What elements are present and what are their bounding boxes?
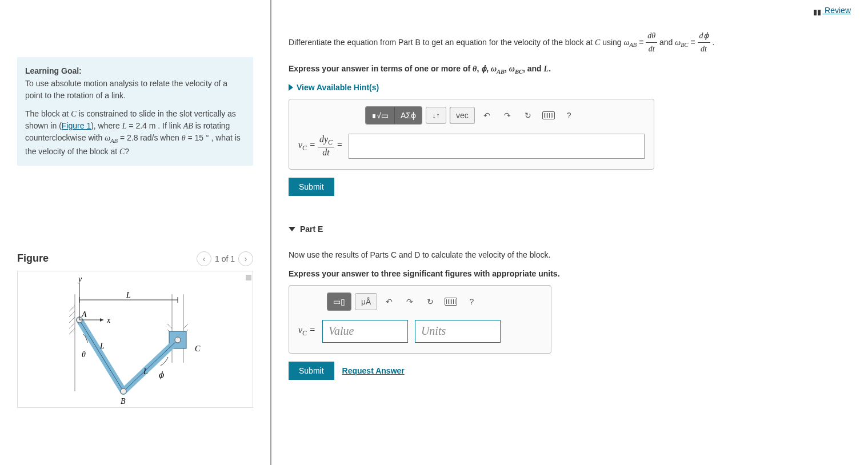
part-d-instruct: Express your answer in terms of one or m… xyxy=(289,64,851,75)
svg-text:x: x xyxy=(106,316,111,324)
svg-text:B: B xyxy=(121,397,126,406)
view-hints-toggle[interactable]: View Available Hint(s) xyxy=(289,83,851,92)
figure-scroll-up-icon[interactable] xyxy=(246,275,251,280)
figure-svg: y x A B C L L L θ ϕ xyxy=(41,277,223,408)
part-d-expression-input[interactable] xyxy=(349,134,645,159)
part-d-answer-box: ∎√▭ ΑΣϕ ↓↑ vec ↶ ↷ ↻ ? vC = dyCdt = xyxy=(289,99,654,170)
svg-line-10 xyxy=(183,324,188,328)
svg-text:L: L xyxy=(99,342,105,350)
learning-goal-para2: The block at C is constrained to slide i… xyxy=(25,108,245,158)
request-answer-link[interactable]: Request Answer xyxy=(342,366,405,375)
undo-button-e[interactable]: ↶ xyxy=(381,293,398,310)
part-e-prompt: Now use the results of Parts C and D to … xyxy=(289,248,851,261)
figure-title: Figure xyxy=(17,252,49,264)
part-e-answer-box: ▭▯ μÅ ↶ ↷ ↻ ? vC = Value Units xyxy=(289,285,551,354)
vc-prefix-e: vC = xyxy=(298,325,315,338)
help-button[interactable]: ? xyxy=(561,107,578,124)
part-e-units-input[interactable]: Units xyxy=(415,320,501,343)
svg-text:L: L xyxy=(143,367,148,376)
figure-box: y x A B C L L L θ ϕ xyxy=(17,271,253,408)
chevron-right-icon xyxy=(289,84,293,91)
greek-button[interactable]: ΑΣϕ xyxy=(394,107,422,124)
part-d-toolbar: ∎√▭ ΑΣϕ ↓↑ vec ↶ ↷ ↻ ? xyxy=(298,106,645,125)
svg-text:ϕ: ϕ xyxy=(158,371,165,379)
undo-button[interactable]: ↶ xyxy=(478,107,495,124)
svg-text:A: A xyxy=(81,310,87,319)
keyboard-icon xyxy=(542,111,555,119)
keyboard-icon xyxy=(445,298,457,306)
figure-next-button[interactable]: › xyxy=(238,251,253,266)
figure-prev-button[interactable]: ‹ xyxy=(197,251,211,266)
svg-text:C: C xyxy=(195,344,201,353)
part-e-value-input[interactable]: Value xyxy=(322,320,408,343)
svg-point-19 xyxy=(175,337,181,343)
svg-point-18 xyxy=(121,388,126,394)
chevron-down-icon xyxy=(289,227,295,231)
figure-1-link[interactable]: Figure 1 xyxy=(62,121,91,130)
review-icon xyxy=(814,8,821,14)
templates-button-e[interactable]: ▭▯ xyxy=(327,293,351,310)
svg-line-8 xyxy=(167,324,172,328)
part-e-header[interactable]: Part E xyxy=(289,225,851,234)
reset-button-e[interactable]: ↻ xyxy=(422,293,439,310)
redo-button[interactable]: ↷ xyxy=(499,107,516,124)
keyboard-button-e[interactable] xyxy=(442,293,459,310)
svg-text:L: L xyxy=(126,291,131,299)
left-panel: Learning Goal: To use absolute motion an… xyxy=(0,0,271,465)
help-button-e[interactable]: ? xyxy=(463,293,480,310)
part-e-submit-button[interactable]: Submit xyxy=(289,362,334,380)
svg-line-1 xyxy=(69,306,75,311)
svg-marker-21 xyxy=(100,318,103,322)
keyboard-button[interactable] xyxy=(540,107,557,124)
learning-goal-box: Learning Goal: To use absolute motion an… xyxy=(17,57,253,166)
svg-line-16 xyxy=(123,340,178,391)
part-d-prompt: Differentiate the equation from Part B t… xyxy=(289,30,851,56)
svg-line-4 xyxy=(69,323,75,328)
svg-line-5 xyxy=(69,328,75,334)
units-symbols-button[interactable]: μÅ xyxy=(355,293,377,310)
part-d-submit-button[interactable]: Submit xyxy=(289,178,334,196)
svg-text:θ: θ xyxy=(82,350,86,359)
figure-pager: ‹ 1 of 1 › xyxy=(197,251,253,266)
svg-text:y: y xyxy=(77,277,82,283)
part-e-instruct: Express your answer to three significant… xyxy=(289,269,851,278)
learning-goal-heading: Learning Goal: xyxy=(25,65,245,77)
svg-line-2 xyxy=(69,311,75,317)
reset-button[interactable]: ↻ xyxy=(519,107,537,124)
templates-button[interactable]: ∎√▭ xyxy=(366,107,394,124)
part-e-toolbar: ▭▯ μÅ ↶ ↷ ↻ ? xyxy=(298,292,542,311)
learning-goal-para1: To use absolute motion analysis to relat… xyxy=(25,78,245,101)
vc-prefix: vC = dyCdt = xyxy=(298,134,343,158)
review-link[interactable]: Review xyxy=(822,6,851,15)
vec-button[interactable]: vec xyxy=(450,107,475,124)
svg-line-3 xyxy=(69,317,75,323)
redo-button-e[interactable]: ↷ xyxy=(401,293,418,310)
right-panel: Review Differentiate the equation from P… xyxy=(271,0,868,465)
arrows-button[interactable]: ↓↑ xyxy=(426,107,446,124)
figure-header: Figure ‹ 1 of 1 › xyxy=(17,251,253,266)
figure-pager-text: 1 of 1 xyxy=(215,254,235,263)
svg-line-14 xyxy=(79,320,123,391)
